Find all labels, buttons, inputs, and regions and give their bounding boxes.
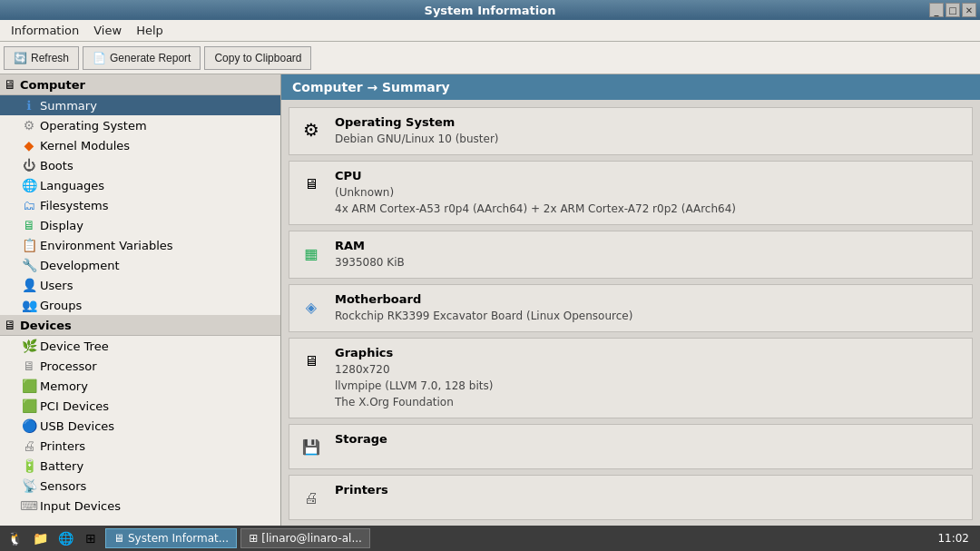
lang-label: Languages — [40, 179, 104, 192]
storage-info-icon: 💾 — [297, 432, 326, 461]
usb-icon: 🔵 — [22, 418, 36, 433]
sidebar-item-users[interactable]: 👤 Users — [0, 275, 280, 295]
toolbar: 🔄 Refresh 📄 Generate Report Copy to Clip… — [0, 42, 980, 74]
printers-info-text: Printers — [335, 483, 965, 498]
lang-icon: 🌐 — [22, 178, 36, 192]
devices-section-header[interactable]: 🖥 Devices — [0, 315, 280, 336]
info-ram: ▦ RAM 3935080 KiB — [289, 231, 973, 279]
sidebar-item-languages[interactable]: 🌐 Languages — [0, 175, 280, 195]
groups-icon: 👥 — [22, 298, 36, 312]
close-button[interactable]: ✕ — [962, 3, 976, 17]
os-info-icon: ⚙ — [297, 115, 326, 144]
summary-icon: ℹ — [22, 98, 36, 113]
menu-help[interactable]: Help — [129, 22, 171, 39]
left-panel: 🖥 Computer ℹ Summary ⚙ Operating System … — [0, 74, 281, 531]
info-cpu: 🖥 CPU (Unknown) 4x ARM Cortex-A53 r0p4 (… — [289, 161, 973, 225]
taskbar-start-icon[interactable]: 🐧 — [4, 527, 25, 549]
sidebar-item-groups[interactable]: 👥 Groups — [0, 295, 280, 315]
sidebar-item-env[interactable]: 📋 Environment Variables — [0, 235, 280, 255]
sensors-icon: 📡 — [22, 478, 36, 493]
pci-label: PCI Devices — [40, 399, 109, 413]
dev-label: Development — [40, 259, 120, 272]
printers-label: Printers — [40, 439, 85, 453]
right-panel-header: Computer → Summary — [281, 74, 980, 100]
menubar: Information View Help — [0, 20, 980, 42]
taskbar-files-icon[interactable]: 📁 — [29, 527, 51, 549]
taskbar-app-sysinfo[interactable]: 🖥 System Informat... — [105, 528, 237, 548]
report-icon: 📄 — [93, 52, 106, 64]
sidebar-item-boots[interactable]: ⏻ Boots — [0, 155, 280, 175]
env-label: Environment Variables — [40, 239, 173, 252]
os-icon: ⚙ — [22, 118, 36, 133]
devices-label: Devices — [20, 319, 72, 332]
minimize-button[interactable]: _ — [929, 3, 944, 17]
taskbar-terminal-icon[interactable]: ⊞ — [80, 527, 102, 549]
window-controls: _ □ ✕ — [929, 3, 976, 17]
sidebar-item-filesystems[interactable]: 🗂 Filesystems — [0, 195, 280, 215]
graphics-info-icon: 🖥 — [297, 346, 326, 375]
graphics-title: Graphics — [335, 346, 965, 359]
sidebar-item-printers[interactable]: 🖨 Printers — [0, 436, 280, 456]
sidebar-item-device-tree[interactable]: 🌿 Device Tree — [0, 336, 280, 356]
main-content: 🖥 Computer ℹ Summary ⚙ Operating System … — [0, 74, 980, 531]
summary-label: Summary — [40, 99, 97, 113]
cpu-info-icon: 🖥 — [297, 169, 326, 198]
sidebar-item-sensors[interactable]: 📡 Sensors — [0, 476, 280, 496]
cpu-detail-1: 4x ARM Cortex-A53 r0p4 (AArch64) + 2x AR… — [335, 201, 965, 217]
menu-view[interactable]: View — [86, 22, 129, 39]
sidebar-item-os[interactable]: ⚙ Operating System — [0, 115, 280, 135]
sidebar-item-usb[interactable]: 🔵 USB Devices — [0, 416, 280, 436]
devices-icon: 🖥 — [4, 318, 16, 332]
maximize-button[interactable]: □ — [946, 3, 960, 17]
taskbar: 🐧 📁 🌐 ⊞ 🖥 System Informat... ⊞ [linaro@l… — [0, 526, 980, 551]
generate-report-button[interactable]: 📄 Generate Report — [83, 46, 201, 70]
os-detail: Debian GNU/Linux 10 (buster) — [335, 131, 965, 147]
computer-section-header[interactable]: 🖥 Computer — [0, 74, 280, 95]
ram-info-text: RAM 3935080 KiB — [335, 239, 965, 271]
info-os: ⚙ Operating System Debian GNU/Linux 10 (… — [289, 107, 973, 155]
cpu-title: CPU — [335, 169, 965, 182]
battery-label: Battery — [40, 459, 83, 473]
right-panel: Computer → Summary ⚙ Operating System De… — [281, 74, 980, 531]
cpu-info-text: CPU (Unknown) 4x ARM Cortex-A53 r0p4 (AA… — [335, 169, 965, 217]
boots-icon: ⏻ — [22, 158, 36, 172]
taskbar-browser-icon[interactable]: 🌐 — [54, 527, 76, 549]
taskbar-terminal-icon2: ⊞ — [249, 532, 258, 545]
fs-icon: 🗂 — [22, 198, 36, 212]
kernel-label: Kernel Modules — [40, 139, 130, 153]
sidebar-item-pci[interactable]: 🟩 PCI Devices — [0, 396, 280, 416]
right-panel-content: ⚙ Operating System Debian GNU/Linux 10 (… — [281, 100, 980, 531]
graphics-detail-1: llvmpipe (LLVM 7.0, 128 bits) — [335, 378, 965, 394]
memory-icon: 🟩 — [22, 379, 36, 393]
os-label: Operating System — [40, 119, 147, 133]
os-title: Operating System — [335, 115, 965, 129]
input-label: Input Devices — [40, 499, 121, 513]
dev-icon: 🔧 — [22, 258, 36, 272]
groups-label: Groups — [40, 299, 82, 312]
motherboard-detail: Rockchip RK3399 Excavator Board (Linux O… — [335, 308, 965, 324]
refresh-button[interactable]: 🔄 Refresh — [4, 46, 79, 70]
ram-title: RAM — [335, 239, 965, 252]
display-label: Display — [40, 219, 83, 232]
graphics-detail-0: 1280x720 — [335, 361, 965, 378]
sidebar-item-development[interactable]: 🔧 Development — [0, 255, 280, 275]
taskbar-app-terminal[interactable]: ⊞ [linaro@linaro-al... — [240, 528, 370, 548]
sidebar-item-summary[interactable]: ℹ Summary — [0, 95, 280, 115]
sidebar-item-display[interactable]: 🖥 Display — [0, 215, 280, 235]
pci-icon: 🟩 — [22, 398, 36, 413]
motherboard-info-icon: ◈ — [297, 292, 326, 321]
device-tree-icon: 🌿 — [22, 339, 36, 353]
ram-info-icon: ▦ — [297, 239, 326, 268]
printers-info-icon: 🖨 — [297, 483, 326, 512]
storage-title: Storage — [335, 432, 965, 446]
taskbar-app-icon: 🖥 — [113, 532, 124, 545]
sidebar-item-input[interactable]: ⌨ Input Devices — [0, 496, 280, 516]
copy-to-clipboard-button[interactable]: Copy to Clipboard — [204, 46, 311, 70]
sidebar-item-kernel[interactable]: ◆ Kernel Modules — [0, 135, 280, 155]
taskbar-clock: 11:02 — [937, 532, 976, 545]
menu-information[interactable]: Information — [4, 22, 86, 39]
sidebar-item-battery[interactable]: 🔋 Battery — [0, 456, 280, 476]
input-icon: ⌨ — [22, 498, 36, 513]
sidebar-item-memory[interactable]: 🟩 Memory — [0, 376, 280, 396]
sidebar-item-processor[interactable]: 🖥 Processor — [0, 356, 280, 376]
